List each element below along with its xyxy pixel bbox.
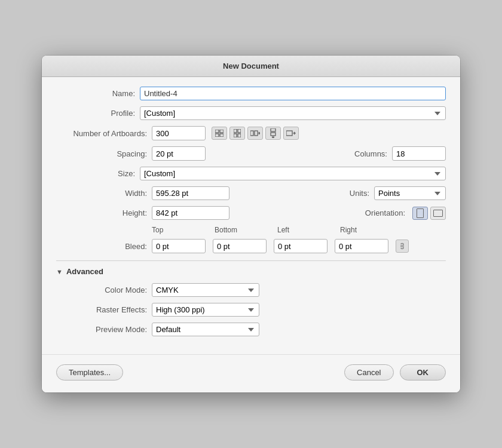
footer-right-buttons: Cancel OK — [344, 364, 446, 381]
name-label: Name: — [56, 89, 140, 98]
color-mode-label: Color Mode: — [56, 286, 152, 294]
artboards-spinner: ▲ ▼ — [152, 126, 206, 140]
orientation-label: Orientation: — [350, 208, 410, 217]
bleed-left-header: Left — [277, 226, 340, 234]
cancel-button[interactable]: Cancel — [344, 364, 393, 381]
landscape-btn[interactable] — [430, 207, 446, 220]
height-input[interactable] — [152, 206, 229, 220]
svg-rect-12 — [271, 133, 276, 136]
width-input[interactable] — [152, 186, 229, 200]
svg-rect-1 — [220, 130, 224, 133]
units-label: Units: — [332, 189, 374, 198]
bleed-bottom-spinner: ▲ ▼ — [213, 239, 267, 253]
svg-rect-9 — [255, 131, 258, 136]
preview-row: Preview Mode: Default Pixel Overprint — [56, 323, 446, 336]
spacing-columns-row: Spacing: ▲ ▼ Columns: ▲ ▼ — [56, 146, 446, 161]
columns-spinner: ▲ ▼ — [392, 146, 446, 161]
templates-button[interactable]: Templates... — [56, 364, 123, 381]
advanced-divider — [56, 260, 446, 261]
dialog-body: Name: Profile: [Custom] Print Web Mobile… — [42, 77, 460, 354]
size-field-wrap: [Custom] Letter Legal A4 A3 — [140, 167, 446, 180]
bleed-headers: Top Bottom Left Right — [152, 226, 446, 234]
dialog-footer: Templates... Cancel OK — [42, 354, 460, 392]
svg-rect-2 — [215, 134, 219, 137]
bleed-bottom-header: Bottom — [215, 226, 277, 234]
name-field-wrap — [140, 87, 446, 100]
landscape-icon — [433, 210, 443, 217]
advanced-header[interactable]: ▼ Advanced — [56, 267, 446, 276]
name-input[interactable] — [140, 87, 446, 100]
units-col: Units: Points Pixels Inches Millimeters … — [251, 186, 446, 200]
bleed-right-input[interactable] — [335, 240, 388, 253]
color-mode-row: Color Mode: CMYK RGB — [56, 283, 446, 297]
columns-col: Columns: ▲ ▼ — [251, 146, 446, 161]
svg-rect-3 — [220, 134, 224, 137]
spacing-input[interactable] — [152, 148, 206, 160]
raster-label: Raster Effects: — [56, 305, 152, 314]
orientation-col: Orientation: — [251, 207, 446, 220]
width-label: Width: — [56, 189, 152, 198]
advanced-arrow-icon: ▼ — [56, 268, 63, 275]
move-artboard-btn[interactable] — [283, 127, 299, 140]
columns-input[interactable] — [393, 148, 446, 160]
size-row: Size: [Custom] Letter Legal A4 A3 — [56, 167, 446, 180]
portrait-btn[interactable] — [412, 207, 428, 220]
bleed-top-header: Top — [152, 226, 215, 234]
arrange-row-btn[interactable] — [229, 127, 245, 140]
bleed-top-input[interactable] — [152, 240, 206, 253]
artboards-label: Number of Artboards: — [56, 129, 152, 138]
size-select[interactable]: [Custom] Letter Legal A4 A3 — [140, 167, 446, 180]
svg-rect-5 — [238, 129, 241, 133]
artboards-input[interactable] — [152, 127, 206, 140]
name-row: Name: — [56, 87, 446, 100]
bleed-inputs-row: Bleed: ▲ ▼ ▲ ▼ — [56, 239, 446, 253]
advanced-title: Advanced — [66, 267, 103, 276]
svg-rect-14 — [286, 131, 292, 136]
bleed-section: Top Bottom Left Right — [56, 226, 446, 234]
arrange-grid-btn[interactable] — [212, 127, 227, 140]
height-label: Height: — [56, 208, 152, 217]
ok-button[interactable]: OK — [400, 364, 446, 381]
bleed-bottom-input[interactable] — [213, 240, 267, 253]
svg-rect-7 — [238, 134, 241, 137]
bleed-fields: ▲ ▼ ▲ ▼ ▲ ▼ — [152, 239, 446, 253]
bleed-label: Bleed: — [56, 242, 152, 251]
spacing-label: Spacing: — [56, 149, 152, 158]
svg-rect-6 — [234, 134, 237, 137]
size-label: Size: — [56, 169, 140, 178]
arrange-right-btn[interactable] — [247, 127, 263, 140]
bleed-right-spinner: ▲ ▼ — [335, 239, 388, 253]
bleed-top-spinner: ▲ ▼ — [152, 239, 206, 253]
bleed-right-header: Right — [340, 226, 403, 234]
spacing-spinner: ▲ ▼ — [152, 146, 206, 161]
dialog-titlebar: New Document — [42, 56, 460, 77]
svg-rect-0 — [215, 130, 219, 133]
svg-rect-4 — [234, 129, 237, 133]
height-orientation-row: Height: Orientation: — [56, 206, 446, 220]
profile-label: Profile: — [56, 109, 140, 118]
width-units-row: Width: Units: Points Pixels Inches Milli… — [56, 186, 446, 200]
preview-select[interactable]: Default Pixel Overprint — [152, 323, 259, 336]
bleed-left-input[interactable] — [274, 240, 327, 253]
profile-select[interactable]: [Custom] Print Web Mobile Video and Film — [140, 106, 446, 120]
color-mode-select[interactable]: CMYK RGB — [152, 283, 259, 297]
svg-rect-16 — [400, 245, 404, 247]
svg-rect-8 — [250, 131, 253, 136]
width-col: Width: — [56, 186, 251, 200]
new-document-dialog: New Document Name: Profile: [Custom] Pri… — [42, 56, 460, 392]
artboards-row: Number of Artboards: ▲ ▼ — [56, 126, 446, 140]
height-col: Height: — [56, 206, 251, 220]
preview-label: Preview Mode: — [56, 325, 152, 334]
bleed-left-spinner: ▲ ▼ — [274, 239, 327, 253]
columns-label: Columns: — [338, 149, 392, 158]
artboard-layout-buttons — [212, 127, 299, 140]
profile-field-wrap: [Custom] Print Web Mobile Video and Film — [140, 106, 446, 120]
raster-select[interactable]: High (300 ppi) Medium (150 ppi) Low (72 … — [152, 303, 259, 317]
units-select[interactable]: Points Pixels Inches Millimeters Centime… — [374, 186, 446, 200]
bleed-link-btn[interactable] — [396, 240, 409, 253]
portrait-icon — [417, 208, 424, 218]
raster-row: Raster Effects: High (300 ppi) Medium (1… — [56, 303, 446, 317]
dialog-title: New Document — [223, 62, 279, 70]
profile-row: Profile: [Custom] Print Web Mobile Video… — [56, 106, 446, 120]
arrange-down-btn[interactable] — [265, 127, 281, 140]
